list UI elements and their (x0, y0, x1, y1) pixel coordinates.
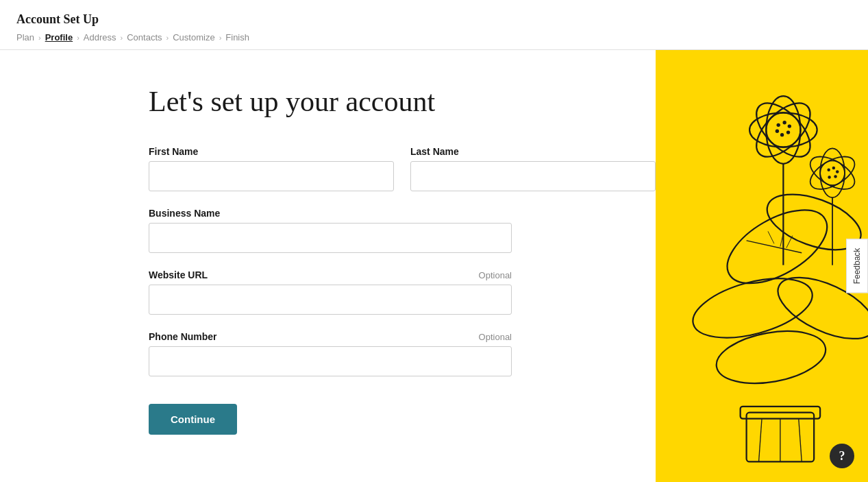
svg-point-17 (786, 130, 790, 134)
first-name-label-row: First Name (149, 146, 394, 157)
breadcrumb: Plan › Profile › Address › Contacts › Cu… (16, 32, 852, 43)
svg-point-12 (747, 94, 819, 166)
breadcrumb-customize[interactable]: Customize (173, 32, 214, 43)
breadcrumb-contacts[interactable]: Contacts (127, 32, 162, 43)
phone-number-optional: Optional (479, 332, 512, 342)
svg-point-25 (827, 169, 830, 171)
svg-line-6 (768, 231, 774, 243)
breadcrumb-profile[interactable]: Profile (45, 32, 73, 43)
breadcrumb-sep-4: › (166, 34, 169, 42)
last-name-input[interactable] (410, 161, 656, 191)
phone-number-group: Phone Number Optional (149, 331, 656, 376)
phone-number-label: Phone Number (149, 331, 217, 342)
breadcrumb-finish[interactable]: Finish (225, 32, 249, 43)
svg-point-24 (820, 160, 845, 185)
help-button[interactable]: ? (830, 444, 854, 468)
svg-point-26 (832, 167, 835, 169)
svg-point-4 (712, 324, 830, 391)
first-name-group: First Name (149, 146, 394, 191)
website-url-optional: Optional (479, 270, 512, 280)
svg-point-21 (820, 148, 845, 197)
svg-line-35 (799, 419, 802, 462)
breadcrumb-plan[interactable]: Plan (16, 32, 34, 43)
last-name-label: Last Name (410, 146, 459, 157)
business-name-label-row: Business Name (149, 208, 656, 219)
feedback-tab[interactable]: Feedback (846, 239, 868, 293)
svg-point-14 (777, 123, 780, 127)
svg-point-15 (782, 121, 786, 124)
continue-button[interactable]: Continue (149, 404, 237, 435)
svg-point-18 (780, 133, 784, 136)
svg-point-28 (834, 175, 836, 178)
phone-number-label-row: Phone Number Optional (149, 331, 512, 342)
svg-point-19 (776, 130, 779, 133)
page-title: Let's set up your account (149, 84, 656, 119)
header: Account Set Up Plan › Profile › Address … (0, 0, 868, 50)
website-url-group: Website URL Optional (149, 269, 656, 315)
breadcrumb-sep-2: › (77, 34, 79, 42)
main-layout: Let's set up your account First Name Las… (0, 50, 868, 482)
flower-illustration (656, 50, 868, 482)
svg-point-13 (766, 112, 800, 147)
svg-point-16 (788, 124, 791, 128)
phone-number-input[interactable] (149, 346, 512, 376)
feedback-label: Feedback (852, 248, 862, 285)
last-name-label-row: Last Name (410, 146, 656, 157)
breadcrumb-sep-3: › (121, 34, 123, 42)
business-name-input[interactable] (149, 223, 512, 253)
right-panel: Feedback ? (656, 50, 868, 482)
website-url-input[interactable] (149, 285, 512, 315)
svg-line-8 (786, 236, 793, 248)
page-header-title: Account Set Up (16, 12, 852, 27)
business-name-group: Business Name (149, 208, 656, 253)
svg-point-27 (836, 170, 839, 173)
name-row: First Name Last Name (149, 146, 656, 191)
form-area: Let's set up your account First Name Las… (0, 50, 656, 482)
svg-line-34 (759, 419, 762, 462)
breadcrumb-address[interactable]: Address (84, 32, 116, 43)
first-name-input[interactable] (149, 161, 394, 191)
website-url-label-row: Website URL Optional (149, 269, 512, 280)
svg-point-11 (749, 112, 817, 147)
svg-line-5 (747, 241, 802, 253)
first-name-label: First Name (149, 146, 198, 157)
help-icon: ? (839, 449, 845, 463)
svg-point-0 (715, 195, 839, 299)
breadcrumb-sep-1: › (38, 34, 41, 42)
svg-point-29 (828, 176, 830, 178)
svg-point-9 (766, 96, 800, 164)
svg-point-10 (747, 94, 819, 166)
business-name-label: Business Name (149, 208, 220, 219)
website-url-label: Website URL (149, 269, 208, 280)
last-name-group: Last Name (410, 146, 656, 191)
svg-point-23 (805, 150, 860, 196)
breadcrumb-sep-5: › (219, 34, 222, 42)
